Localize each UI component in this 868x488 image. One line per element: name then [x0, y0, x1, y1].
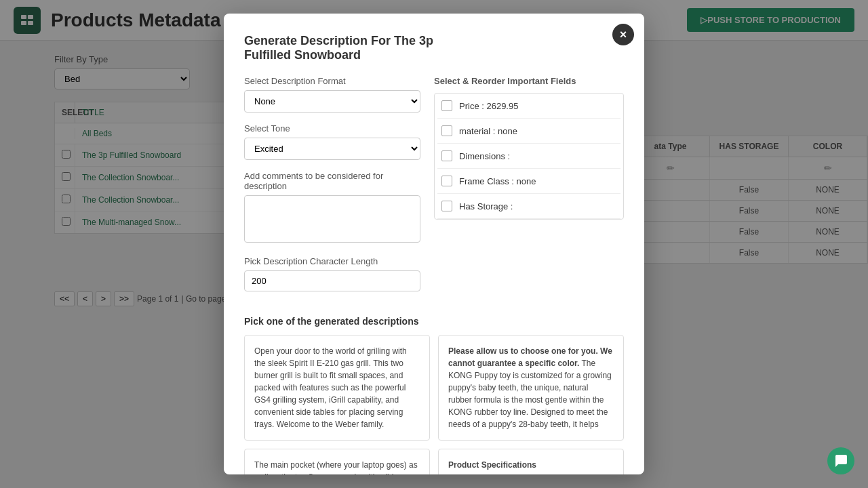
desc-card-4[interactable]: Product Specifications — [438, 449, 624, 474]
modal-right-column: Select & Reorder Important Fields Price … — [434, 76, 624, 302]
modal-close-button[interactable]: × — [612, 24, 634, 45]
char-length-label: Pick Description Character Length — [244, 256, 420, 266]
desc-text-3: The main pocket (where your laptop goes)… — [254, 460, 418, 474]
field-item-material: material : none — [437, 119, 620, 144]
field-checkbox-has-storage[interactable] — [441, 201, 452, 211]
field-label-frame-class: Frame Class : none — [459, 176, 536, 186]
field-checkbox-price[interactable] — [441, 100, 452, 111]
field-item-frame-class: Frame Class : none — [437, 169, 620, 194]
field-checkbox-frame-class[interactable] — [441, 176, 452, 186]
modal-overlay: × Generate Description For The 3pFulfill… — [0, 0, 868, 488]
format-select[interactable]: None Short Long Bullet Points — [244, 90, 420, 113]
desc-card-2[interactable]: Please allow us to choose one for you. W… — [438, 335, 624, 441]
modal-left-column: Select Description Format None Short Lon… — [244, 76, 420, 302]
comments-textarea[interactable] — [244, 195, 420, 243]
format-label: Select Description Format — [244, 76, 420, 86]
description-grid: Open your door to the world of grilling … — [244, 335, 624, 474]
comments-group: Add comments to be considered for descri… — [244, 171, 420, 245]
desc-text-1: Open your door to the world of grilling … — [254, 346, 407, 429]
tone-label: Select Tone — [244, 123, 420, 134]
format-group: Select Description Format None Short Lon… — [244, 76, 420, 113]
comments-label: Add comments to be considered for descri… — [244, 171, 420, 191]
tone-group: Select Tone Excited Professional Casual … — [244, 123, 420, 160]
field-label-material: material : none — [459, 126, 517, 136]
field-item-has-storage: Has Storage : — [437, 194, 620, 219]
desc-card-1[interactable]: Open your door to the world of grilling … — [244, 335, 430, 441]
modal-body: Select Description Format None Short Lon… — [244, 76, 624, 302]
field-label-price: Price : 2629.95 — [459, 101, 518, 111]
field-item-price: Price : 2629.95 — [437, 94, 620, 119]
fields-label: Select & Reorder Important Fields — [434, 76, 624, 86]
chat-bubble-button[interactable] — [827, 447, 854, 474]
tone-select[interactable]: Excited Professional Casual Friendly — [244, 138, 420, 160]
generated-label: Pick one of the generated descriptions — [244, 316, 624, 327]
field-label-dimensions: Dimensions : — [459, 151, 510, 161]
field-label-has-storage: Has Storage : — [459, 201, 513, 211]
desc-card-3[interactable]: The main pocket (where your laptop goes)… — [244, 449, 430, 474]
char-length-group: Pick Description Character Length — [244, 256, 420, 291]
desc-text-4-title: Product Specifications — [448, 460, 536, 470]
generate-description-modal: × Generate Description For The 3pFulfill… — [224, 14, 644, 474]
char-length-input[interactable] — [244, 270, 420, 291]
modal-title: Generate Description For The 3pFulfilled… — [244, 34, 624, 62]
field-checkbox-dimensions[interactable] — [441, 150, 452, 161]
field-item-dimensions: Dimensions : — [437, 144, 620, 169]
desc-text-2-rest: The KONG Puppy toy is customized for a g… — [448, 359, 612, 429]
fields-scroll: Price : 2629.95 material : none Dimensio… — [434, 93, 624, 220]
field-checkbox-material[interactable] — [441, 125, 452, 136]
